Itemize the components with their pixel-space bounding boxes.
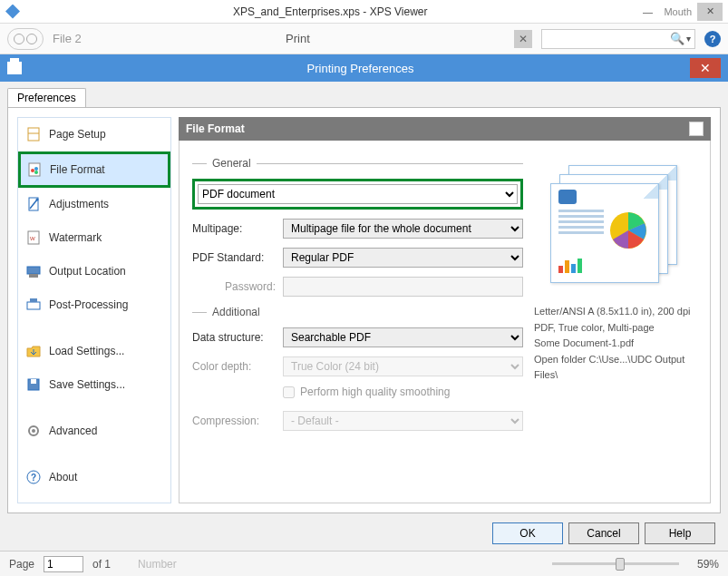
preview-column: Letter/ANSI A (8.5x11.0 in), 200 dpi PDF… — [534, 153, 697, 490]
sidebar-label: Load Settings... — [49, 345, 124, 357]
header-format-icon — [689, 122, 704, 136]
window-close-button[interactable]: ✕ — [697, 3, 723, 21]
minimize-button[interactable]: — — [635, 3, 660, 21]
sidebar-item-page-setup[interactable]: Page Setup — [18, 118, 170, 151]
color-depth-label: Color depth: — [192, 360, 283, 373]
svg-point-4 — [34, 171, 38, 174]
dialog-close-button[interactable]: ✕ — [690, 58, 721, 78]
form-column: General PDF document Multipage: Multipag… — [192, 153, 523, 490]
adjustments-icon — [25, 196, 42, 212]
search-icon: 🔍 — [670, 32, 684, 45]
multipage-select[interactable]: Multipage file for the whole document — [283, 219, 523, 239]
preview-meta: Letter/ANSI A (8.5x11.0 in), 200 dpi PDF… — [534, 304, 697, 384]
group-general: General — [192, 157, 523, 170]
sidebar-item-output-location[interactable]: Output Location — [18, 255, 170, 288]
mouth-label: Mouth — [664, 6, 692, 17]
pie-chart-icon — [607, 210, 649, 251]
multipage-label: Multipage: — [192, 222, 283, 235]
row-data-structure: Data structure: Searchable PDF — [192, 327, 523, 347]
smoothing-checkbox — [283, 386, 295, 398]
pdf-standard-select[interactable]: Regular PDF — [283, 248, 523, 268]
zoom-slider[interactable] — [186, 562, 679, 565]
preview-line4: Open folder C:\Use...\UDC Output Files\ — [534, 352, 697, 384]
status-bar: Page of 1 Number 59% — [0, 551, 728, 576]
svg-rect-1 — [29, 163, 40, 176]
preview-line2: PDF, True color, Multi-page — [534, 320, 697, 337]
dialog-button-row: OK Cancel Help — [7, 513, 721, 546]
row-color-depth: Color depth: True Color (24 bit) — [192, 356, 523, 376]
color-depth-select: True Color (24 bit) — [283, 356, 523, 376]
sidebar-item-advanced[interactable]: Advanced — [18, 415, 170, 448]
app-logo-icon — [5, 5, 20, 19]
page-of-label: of 1 — [92, 558, 111, 571]
view-glasses-icon[interactable] — [7, 28, 44, 50]
sidebar-item-post-processing[interactable]: Post-Processing — [18, 288, 170, 322]
dialog-titlebar: Printing Preferences ✕ — [0, 54, 728, 82]
group-additional: Additional — [192, 306, 523, 318]
save-settings-icon — [25, 376, 42, 393]
app-titlebar: XPS_and_Enterprises.xps - XPS Viewer — M… — [0, 0, 728, 24]
file-format-icon — [26, 161, 43, 178]
search-input[interactable]: 🔍 ▾ — [541, 29, 695, 49]
row-pdf-standard: PDF Standard: Regular PDF — [192, 248, 523, 268]
sidebar-label: Adjustments — [49, 198, 109, 210]
svg-text:?: ? — [31, 473, 36, 483]
ok-button[interactable]: OK — [492, 522, 563, 544]
format-select[interactable]: PDF document — [198, 184, 518, 204]
sidebar-item-file-format[interactable]: File Format — [20, 153, 169, 186]
sidebar-label: Watermark — [49, 231, 102, 244]
sidebar-label: Post-Processing — [49, 298, 128, 311]
preview-line3: Some Document-1.pdf — [534, 336, 697, 352]
svg-point-3 — [34, 167, 38, 171]
preview-line1: Letter/ANSI A (8.5x11.0 in), 200 dpi — [534, 304, 697, 320]
printer-icon — [7, 62, 22, 74]
help-button[interactable]: Help — [645, 522, 715, 544]
svg-rect-12 — [30, 298, 37, 302]
row-multipage: Multipage: Multipage file for the whole … — [192, 219, 523, 239]
compression-select: - Default - — [283, 411, 523, 431]
post-processing-icon — [25, 297, 42, 313]
svg-rect-10 — [29, 274, 38, 278]
page-input[interactable] — [44, 556, 83, 572]
printing-preferences-dialog: Printing Preferences ✕ Preferences Page … — [0, 54, 728, 553]
svg-rect-0 — [28, 128, 39, 141]
sidebar-item-save-settings[interactable]: Save Settings... — [18, 368, 170, 402]
cancel-button[interactable]: Cancel — [568, 522, 639, 544]
file-2-label: File 2 — [53, 32, 82, 45]
svg-point-16 — [32, 429, 35, 433]
preferences-sidebar: Page Setup File Format Adjustments W Wat… — [17, 117, 171, 503]
svg-point-6 — [36, 199, 39, 201]
sidebar-item-watermark[interactable]: W Watermark — [18, 221, 170, 255]
sidebar-item-about[interactable]: ? About — [18, 461, 170, 494]
content-panel: File Format General PDF document Multipa… — [179, 117, 711, 503]
page-setup-icon — [25, 126, 42, 142]
content-header-title: File Format — [186, 122, 245, 135]
row-compression: Compression: - Default - — [192, 411, 523, 431]
svg-text:W: W — [30, 236, 35, 241]
window-title: XPS_and_Enterprises.xps - XPS Viewer — [27, 5, 633, 18]
tab-preferences[interactable]: Preferences — [7, 88, 86, 107]
help-button[interactable]: ? — [704, 31, 721, 47]
print-close-button[interactable]: ✕ — [514, 30, 532, 48]
data-structure-label: Data structure: — [192, 331, 283, 344]
sidebar-label: File Format — [50, 163, 105, 176]
password-input — [283, 277, 523, 297]
pdf-standard-label: PDF Standard: — [192, 251, 283, 264]
sidebar-item-load-settings[interactable]: Load Settings... — [18, 335, 170, 368]
load-settings-icon — [25, 343, 42, 359]
sidebar-label: Save Settings... — [49, 378, 125, 391]
question-icon: ? — [25, 469, 42, 485]
row-smoothing: Perform high quality smoothing — [283, 386, 523, 398]
page-label: Page — [9, 558, 34, 571]
gear-icon — [25, 423, 42, 439]
svg-rect-14 — [31, 379, 36, 384]
sidebar-label: Advanced — [49, 425, 97, 437]
tab-strip: Preferences — [7, 85, 721, 107]
compression-label: Compression: — [192, 415, 283, 427]
sidebar-item-adjustments[interactable]: Adjustments — [18, 188, 170, 221]
print-title: Print — [91, 32, 505, 45]
data-structure-select[interactable]: Searchable PDF — [283, 327, 523, 347]
svg-point-2 — [31, 169, 34, 172]
row-password: Password: — [192, 277, 523, 297]
preview-image — [534, 158, 688, 289]
